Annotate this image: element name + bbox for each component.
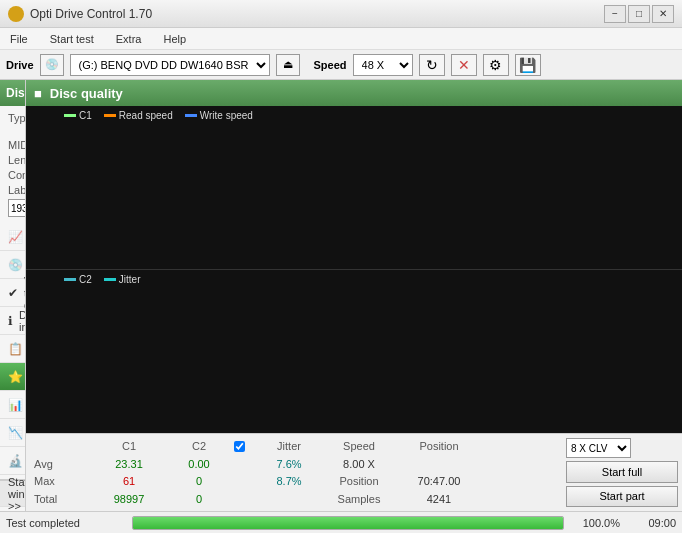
- eject-btn[interactable]: ⏏: [276, 54, 300, 76]
- erase-btn[interactable]: ✕: [451, 54, 477, 76]
- stat-max-row: Max 61 0 8.7% Position 70:47.00: [34, 473, 554, 490]
- speed-clv-row: 8 X CLV 16 X CLV 24 X CLV: [566, 438, 678, 458]
- read-speed-legend-label: Read speed: [119, 110, 173, 121]
- disc-label-input[interactable]: [8, 199, 26, 217]
- disc-quality-header: ■ Disc quality: [26, 80, 682, 106]
- sidebar-item-create-test-disc[interactable]: 💿 Create test disc: [0, 251, 25, 279]
- sidebar-item-transfer-rate[interactable]: 📈 Transfer rate: [0, 223, 25, 251]
- fe-te-icon: 📉: [8, 426, 22, 440]
- jitter-checkbox[interactable]: [234, 441, 245, 452]
- sidebar-item-disc-info[interactable]: 📋 Disc info: [0, 335, 25, 363]
- bottom-stats: C1 C2 Jitter Speed Position Avg 23.31 0.…: [26, 433, 682, 511]
- create-test-disc-icon: 💿: [8, 258, 22, 272]
- refresh-btn[interactable]: ↻: [419, 54, 445, 76]
- maximize-button[interactable]: □: [628, 5, 650, 23]
- stat-col-c2: C2: [164, 440, 234, 452]
- stat-col-position: Position: [394, 440, 484, 452]
- max-c2: 0: [164, 475, 234, 487]
- avg-jitter: 7.6%: [254, 458, 324, 470]
- type-key: Type: [8, 112, 26, 136]
- avg-speed: 8.00 X: [324, 458, 394, 470]
- stat-table: C1 C2 Jitter Speed Position Avg 23.31 0.…: [26, 434, 562, 511]
- close-button[interactable]: ✕: [652, 5, 674, 23]
- save-btn[interactable]: 💾: [515, 54, 541, 76]
- right-controls: 8 X CLV 16 X CLV 24 X CLV Start full Sta…: [562, 434, 682, 511]
- drive-select[interactable]: (G:) BENQ DVD DD DW1640 BSRB: [70, 54, 270, 76]
- sidebar: Disc ↻ Type CD-R MID 97m27s18f Length 70…: [0, 80, 26, 511]
- menu-extra[interactable]: Extra: [112, 31, 146, 47]
- avg-label: Avg: [34, 458, 94, 470]
- avg-c2: 0.00: [164, 458, 234, 470]
- stat-total-row: Total 98997 0 Samples 4241: [34, 491, 554, 508]
- minimize-button[interactable]: −: [604, 5, 626, 23]
- extra-tests-icon: 🔬: [8, 454, 22, 468]
- total-label: Total: [34, 493, 94, 505]
- total-c1: 98997: [94, 493, 164, 505]
- c2-canvas: [26, 270, 326, 420]
- samples-label: Samples: [324, 493, 394, 505]
- jitter-color: [104, 278, 116, 281]
- cd-bler-icon: 📊: [8, 398, 22, 412]
- stat-col-jitter: Jitter: [254, 440, 324, 452]
- status-window-btn[interactable]: Status window >>: [0, 479, 25, 507]
- read-speed-color: [104, 114, 116, 117]
- start-part-button[interactable]: Start part: [566, 486, 678, 508]
- stat-table-header: C1 C2 Jitter Speed Position: [34, 438, 554, 455]
- c2-chart: C2 Jitter: [26, 270, 682, 433]
- drive-info-icon: ℹ: [8, 314, 13, 328]
- settings-btn[interactable]: ⚙: [483, 54, 509, 76]
- disc-info-icon: 📋: [8, 342, 22, 356]
- stat-col-c1: C1: [94, 440, 164, 452]
- title-bar: Opti Drive Control 1.70 − □ ✕: [0, 0, 682, 28]
- c1-legend: C1: [64, 110, 92, 121]
- drive-info-label: Drive info: [19, 309, 26, 333]
- c1-canvas: [26, 106, 326, 256]
- sidebar-item-fe-te[interactable]: 📉 FE / TE: [0, 419, 25, 447]
- avg-c1: 23.31: [94, 458, 164, 470]
- app-icon: [8, 6, 24, 22]
- menu-bar: File Start test Extra Help: [0, 28, 682, 50]
- max-position: 70:47.00: [394, 475, 484, 487]
- jitter-legend: Jitter: [104, 274, 141, 285]
- sidebar-item-disc-quality[interactable]: ⭐ Disc quality: [0, 363, 25, 391]
- menu-help[interactable]: Help: [159, 31, 190, 47]
- speed-label: Speed: [314, 59, 347, 71]
- sidebar-item-extra-tests[interactable]: 🔬 Extra tests: [0, 447, 25, 475]
- drive-icon-btn[interactable]: 💿: [40, 54, 64, 76]
- start-full-button[interactable]: Start full: [566, 461, 678, 483]
- jitter-checkbox-container[interactable]: [234, 441, 254, 452]
- write-speed-legend-label: Write speed: [200, 110, 253, 121]
- menu-file[interactable]: File: [6, 31, 32, 47]
- c1-legend-label: C1: [79, 110, 92, 121]
- max-label: Max: [34, 475, 94, 487]
- status-text: Test completed: [6, 517, 126, 529]
- disc-info-panel: Type CD-R MID 97m27s18f Length 70:48.24 …: [0, 106, 25, 223]
- max-jitter: 8.7%: [254, 475, 324, 487]
- menu-start-test[interactable]: Start test: [46, 31, 98, 47]
- length-key: Length: [8, 154, 26, 166]
- disc-quality-icon: ⭐: [8, 370, 22, 384]
- c2-legend: C2: [64, 274, 92, 285]
- status-window-label: Status window >>: [8, 476, 26, 512]
- mid-key: MID: [8, 139, 26, 151]
- verify-test-disc-icon: ✔: [8, 286, 18, 300]
- clv-select[interactable]: 8 X CLV 16 X CLV 24 X CLV: [566, 438, 631, 458]
- sidebar-item-drive-info[interactable]: ℹ Drive info: [0, 307, 25, 335]
- speed-select[interactable]: 48 X 40 X 32 X 24 X 16 X 8 X: [353, 54, 413, 76]
- sidebar-item-cd-bler[interactable]: 📊 CD Bler: [0, 391, 25, 419]
- c1-chart: C1 Read speed Write speed: [26, 106, 682, 270]
- content-area: ■ Disc quality C1 Read speed: [26, 80, 682, 511]
- write-speed-color: [185, 114, 197, 117]
- write-speed-legend: Write speed: [185, 110, 253, 121]
- read-speed-legend: Read speed: [104, 110, 173, 121]
- time-text: 09:00: [626, 517, 676, 529]
- disc-section-label: Disc: [6, 86, 26, 100]
- stat-avg-row: Avg 23.31 0.00 7.6% 8.00 X: [34, 456, 554, 473]
- max-c1: 61: [94, 475, 164, 487]
- drive-bar: Drive 💿 (G:) BENQ DVD DD DW1640 BSRB ⏏ S…: [0, 50, 682, 80]
- drive-label: Drive: [6, 59, 34, 71]
- stat-col-speed: Speed: [324, 440, 394, 452]
- disc-quality-title: Disc quality: [50, 86, 123, 101]
- sidebar-item-verify-test-disc[interactable]: ✔ Verify test disc: [0, 279, 25, 307]
- progress-text: 100.0%: [570, 517, 620, 529]
